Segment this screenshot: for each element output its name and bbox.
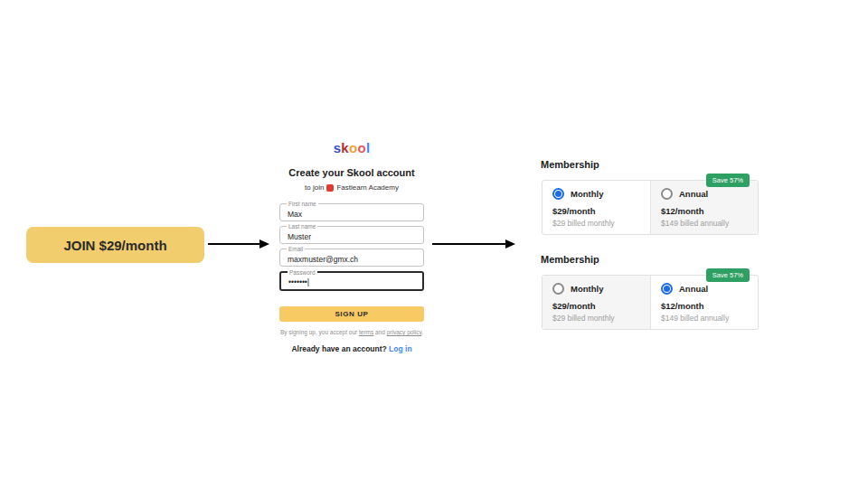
- option-row: Annual: [661, 188, 758, 200]
- option-row: Monthly: [552, 188, 650, 200]
- membership-section-monthly: Membership Save 57% Monthly $29/month $2…: [541, 159, 759, 170]
- radio-icon[interactable]: [661, 283, 673, 295]
- legal-prefix: By signing up, you accept our: [280, 329, 359, 335]
- membership-box: Monthly $29/month $29 billed monthly Ann…: [542, 275, 759, 330]
- logo-letter: o: [357, 140, 365, 155]
- membership-section-annual: Membership Save 57% Monthly $29/month $2…: [541, 254, 759, 265]
- community-name: Fastlearn Academy: [336, 183, 398, 192]
- radio-icon[interactable]: [661, 188, 673, 200]
- option-name: Monthly: [571, 284, 603, 294]
- skool-logo: skool: [279, 140, 424, 155]
- log-in-link[interactable]: Log in: [389, 344, 412, 353]
- membership-title: Membership: [541, 254, 759, 265]
- radio-dot: [555, 191, 561, 197]
- subtitle-prefix: to join: [305, 183, 324, 192]
- signup-form: skool Create your Skool account to join …: [279, 140, 424, 353]
- option-row: Annual: [661, 283, 758, 295]
- signup-title: Create your Skool account: [279, 167, 424, 178]
- option-billing: $149 billed annually: [661, 219, 758, 228]
- privacy-policy-link[interactable]: privacy policy: [387, 329, 422, 335]
- join-button[interactable]: JOIN $29/month: [26, 227, 204, 263]
- membership-option-monthly[interactable]: Monthly $29/month $29 billed monthly: [542, 181, 650, 234]
- terms-link[interactable]: terms: [359, 329, 373, 335]
- field-label: Last name: [287, 223, 317, 230]
- option-billing: $29 billed monthly: [552, 314, 650, 323]
- arrow-right-icon: [432, 237, 515, 251]
- last-name-field[interactable]: Last name Muster: [279, 226, 424, 244]
- password-dots: •••••••: [288, 277, 307, 286]
- signup-subtitle: to join Fastlearn Academy: [279, 183, 424, 192]
- option-billing: $29 billed monthly: [552, 219, 650, 228]
- field-label: Password: [288, 269, 317, 276]
- legal-suffix: .: [421, 329, 423, 335]
- option-price: $12/month: [661, 206, 758, 216]
- option-row: Monthly: [552, 283, 650, 295]
- field-label: First name: [287, 201, 318, 207]
- option-price: $29/month: [552, 206, 650, 216]
- arrow-right-icon: [208, 237, 269, 251]
- first-name-field[interactable]: First name Max: [279, 203, 424, 221]
- login-row: Already have an account? Log in: [279, 344, 424, 353]
- save-badge: Save 57%: [706, 174, 750, 187]
- email-field[interactable]: Email maxmuster@gmx.ch: [279, 249, 424, 267]
- form-fields: First name Max Last name Muster Email ma…: [279, 203, 424, 291]
- login-question: Already have an account?: [291, 344, 386, 353]
- logo-letter: l: [366, 140, 370, 155]
- logo-letter: o: [349, 140, 357, 155]
- logo-letter: s: [334, 140, 342, 155]
- option-billing: $149 billed annually: [661, 314, 758, 323]
- logo-letter: k: [341, 140, 349, 155]
- save-badge: Save 57%: [706, 268, 750, 282]
- membership-option-annual[interactable]: Annual $12/month $149 billed annually: [650, 276, 758, 329]
- option-price: $12/month: [661, 301, 758, 311]
- legal-text: By signing up, you accept our terms and …: [279, 329, 424, 335]
- community-logo-icon: [326, 184, 334, 192]
- text-caret: |: [307, 277, 309, 286]
- membership-box: Monthly $29/month $29 billed monthly Ann…: [542, 180, 759, 235]
- option-name: Annual: [679, 189, 708, 199]
- canvas: JOIN $29/month skool Create your Skool a…: [0, 0, 868, 488]
- membership-title: Membership: [541, 159, 759, 170]
- legal-middle: and: [373, 329, 386, 335]
- membership-option-annual[interactable]: Annual $12/month $149 billed annually: [650, 181, 758, 234]
- option-name: Monthly: [571, 189, 603, 199]
- radio-dot: [664, 286, 670, 292]
- password-field[interactable]: Password •••••••|: [279, 271, 424, 291]
- radio-icon[interactable]: [552, 283, 564, 295]
- membership-option-monthly[interactable]: Monthly $29/month $29 billed monthly: [542, 276, 650, 329]
- option-price: $29/month: [552, 301, 650, 311]
- field-label: Email: [287, 246, 305, 252]
- radio-icon[interactable]: [552, 188, 564, 200]
- sign-up-button[interactable]: SIGN UP: [279, 306, 424, 322]
- option-name: Annual: [679, 284, 708, 294]
